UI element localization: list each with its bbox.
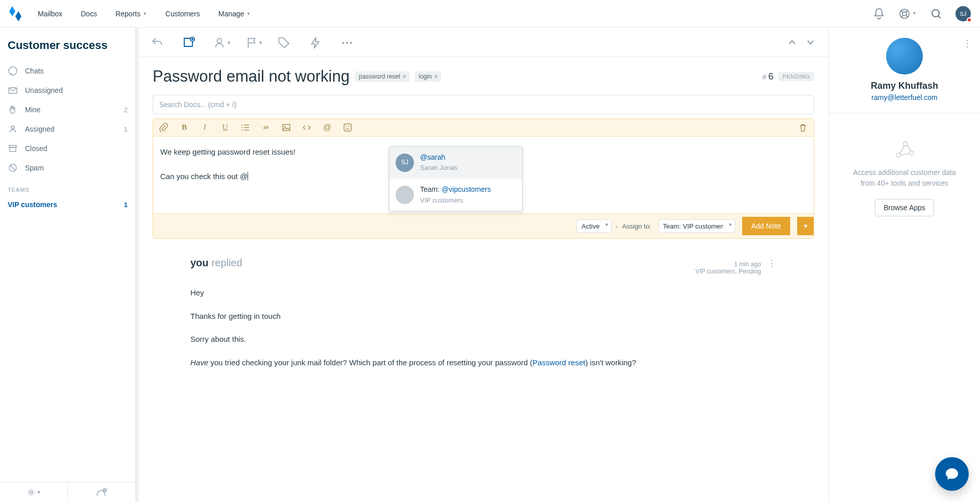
mention-option-user[interactable]: SJ @sarah Sarah Jonas — [389, 146, 522, 179]
browse-apps-button[interactable]: Browse Apps — [875, 199, 934, 216]
sidebar-item-vip-customers[interactable]: VIP customers 1 — [0, 196, 135, 213]
tag-icon[interactable] — [277, 36, 290, 48]
add-note-button[interactable]: Add Note — [742, 217, 790, 235]
svg-point-23 — [349, 126, 350, 127]
helpscout-logo[interactable] — [9, 6, 21, 21]
compose-at-trigger: @ — [240, 172, 248, 181]
status-flag-icon[interactable]: ▼ — [246, 36, 259, 48]
svg-point-22 — [346, 126, 347, 127]
svg-point-18 — [242, 130, 243, 131]
current-user-avatar[interactable]: SJ — [955, 6, 971, 21]
emoji-icon[interactable] — [343, 123, 352, 132]
apps-description: Access additional customer datafrom 40+ … — [843, 159, 966, 199]
italic-icon[interactable]: I — [200, 123, 209, 132]
svg-point-5 — [11, 126, 14, 129]
sidebar-item-spam[interactable]: Spam — [0, 158, 135, 178]
status-select[interactable]: Active — [577, 219, 611, 233]
list-icon[interactable] — [241, 123, 250, 132]
nav-docs[interactable]: Docs — [81, 10, 97, 18]
caret-down-icon: ▼ — [37, 490, 41, 495]
nav-mailbox[interactable]: Mailbox — [38, 10, 62, 18]
reply-menu-icon[interactable]: ⋮ — [767, 258, 776, 269]
workflow-icon[interactable] — [309, 36, 322, 48]
customer-menu-icon[interactable]: ⋮ — [963, 38, 972, 49]
reply-paragraph: Have you tried checking your junk mail f… — [190, 356, 776, 369]
password-reset-link[interactable]: Password reset — [532, 358, 585, 367]
chat-icon — [8, 66, 18, 76]
mailbox-title: Customer success — [0, 28, 135, 61]
lifesaver-icon[interactable]: ▼ — [898, 8, 911, 20]
tag-remove-icon[interactable]: × — [434, 72, 438, 81]
svg-point-26 — [910, 151, 914, 155]
sidebar-item-label: Chats — [25, 67, 44, 75]
more-icon[interactable] — [340, 36, 354, 48]
prev-ticket-button[interactable] — [787, 37, 798, 48]
search-icon[interactable] — [930, 8, 942, 20]
chat-fab[interactable] — [935, 457, 969, 491]
image-icon[interactable] — [282, 123, 291, 132]
svg-point-13 — [342, 42, 344, 44]
customer-avatar[interactable] — [886, 38, 923, 74]
svg-point-24 — [896, 153, 900, 157]
mention-option-team[interactable]: Team: @vipcustomers VIP customers — [389, 179, 522, 211]
nav-reports[interactable]: Reports▼ — [115, 10, 147, 18]
svg-point-17 — [242, 127, 243, 128]
mention-icon[interactable]: @ — [323, 123, 332, 132]
sidebar-settings-button[interactable]: ▼ — [0, 482, 68, 502]
sidebar-item-closed[interactable]: Closed — [0, 139, 135, 158]
apps-graph-icon — [894, 140, 915, 159]
underline-icon[interactable]: U — [220, 123, 230, 132]
ticket-title: Password email not working — [153, 67, 350, 86]
sidebar-item-count: 1 — [124, 126, 128, 133]
sidebar-item-label: Assigned — [25, 125, 55, 133]
attach-icon[interactable] — [159, 123, 168, 132]
next-ticket-button[interactable] — [805, 37, 816, 48]
sidebar-item-mine[interactable]: Mine 2 — [0, 100, 135, 119]
sidebar-item-label: Closed — [25, 144, 47, 153]
tag-remove-icon[interactable]: × — [402, 72, 406, 81]
sidebar-item-label: Spam — [25, 164, 44, 172]
note-icon[interactable] — [182, 36, 195, 48]
sidebar-item-count: 2 — [124, 106, 128, 114]
reply-action: replied — [212, 257, 242, 269]
sidebar-item-assigned[interactable]: Assigned 1 — [0, 119, 135, 139]
status-indicator — [967, 17, 972, 22]
nav-manage[interactable]: Manage▼ — [218, 10, 251, 18]
compose-textarea[interactable]: We keep getting password reset issues! C… — [153, 137, 814, 213]
svg-rect-7 — [10, 147, 16, 152]
ticket-tag[interactable]: password reset× — [355, 71, 410, 82]
bell-icon[interactable] — [873, 8, 885, 20]
code-icon[interactable] — [302, 123, 311, 132]
add-note-dropdown[interactable]: ▼ — [797, 217, 814, 235]
arrow-right-icon: › — [616, 222, 618, 230]
compose-line: Can you check this out — [160, 172, 240, 181]
svg-point-15 — [350, 42, 352, 44]
reply-time: 1 min ago — [695, 261, 761, 268]
sidebar-item-label: VIP customers — [8, 200, 57, 209]
sidebar-item-unassigned[interactable]: Unassigned — [0, 81, 135, 100]
link-icon[interactable] — [261, 123, 271, 132]
undo-icon[interactable] — [151, 36, 164, 48]
mention-name: VIP customers — [420, 195, 491, 206]
search-docs-input[interactable] — [153, 95, 814, 114]
svg-point-3 — [9, 67, 17, 75]
nav-customers[interactable]: Customers — [165, 10, 200, 18]
svg-point-14 — [346, 42, 348, 44]
reply-meta: VIP customers, Pending — [695, 268, 761, 275]
sidebar-new-button[interactable] — [68, 482, 135, 502]
reply-author: you — [190, 257, 209, 269]
svg-point-16 — [242, 124, 243, 126]
person-icon — [8, 124, 18, 134]
sidebar-item-chats[interactable]: Chats — [0, 61, 135, 81]
customer-email[interactable]: ramy@letterfuel.com — [871, 93, 937, 102]
sidebar-item-label: Unassigned — [25, 86, 63, 94]
caret-down-icon: ▼ — [142, 11, 147, 16]
avatar: SJ — [396, 154, 414, 172]
discard-icon[interactable] — [798, 123, 807, 132]
hand-icon — [8, 105, 18, 115]
assign-select[interactable]: Team: VIP customers — [658, 219, 735, 233]
bold-icon[interactable]: B — [180, 123, 189, 132]
sidebar-item-count: 1 — [124, 201, 128, 209]
assign-icon[interactable]: ▼ — [214, 36, 227, 48]
ticket-tag[interactable]: login× — [415, 71, 442, 82]
